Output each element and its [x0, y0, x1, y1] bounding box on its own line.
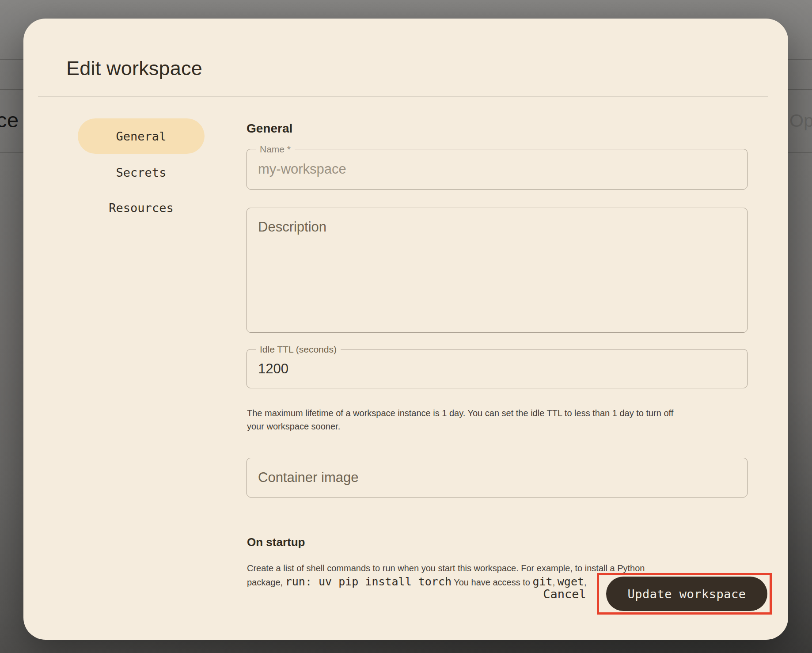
dialog-title: Edit workspace	[66, 57, 202, 80]
update-workspace-button[interactable]: Update workspace	[606, 577, 767, 611]
idle-ttl-helper-text: your workspace sooner.	[247, 420, 340, 433]
background-open-link-clipped: Ope	[789, 110, 812, 131]
title-divider	[38, 96, 768, 97]
screen: ce Ope Edit workspace General Secrets Re…	[0, 0, 812, 653]
tab-general[interactable]: General	[78, 118, 205, 154]
startup-text: package,	[247, 577, 285, 587]
idle-ttl-helper-text: The maximum lifetime of a workspace inst…	[247, 406, 673, 420]
container-image-input[interactable]	[247, 458, 747, 497]
name-field-label: Name *	[256, 144, 295, 154]
description-textarea[interactable]	[247, 208, 747, 332]
idle-ttl-input[interactable]	[247, 349, 747, 388]
edit-workspace-dialog: Edit workspace General Secrets Resources…	[23, 19, 788, 640]
cancel-button[interactable]: Cancel	[538, 585, 591, 603]
description-field-outline	[247, 208, 747, 333]
name-input[interactable]	[247, 149, 747, 189]
tab-secrets[interactable]: Secrets	[78, 159, 205, 186]
tab-resources[interactable]: Resources	[78, 194, 205, 221]
on-startup-description-line2: package, run: uv pip install torch You h…	[247, 573, 587, 591]
background-clipped-text: ce	[0, 108, 19, 132]
section-heading-general: General	[247, 121, 292, 136]
container-image-field-outline	[247, 458, 747, 497]
startup-text: You have access to	[452, 577, 532, 587]
name-field-outline: Name *	[247, 149, 747, 190]
startup-code-run-command: run: uv pip install torch	[285, 575, 452, 588]
on-startup-heading: On startup	[247, 535, 305, 549]
idle-ttl-field-label: Idle TTL (seconds)	[256, 344, 341, 354]
on-startup-description-line1: Create a list of shell commands to run w…	[247, 562, 645, 575]
idle-ttl-field-outline: Idle TTL (seconds)	[247, 349, 747, 388]
